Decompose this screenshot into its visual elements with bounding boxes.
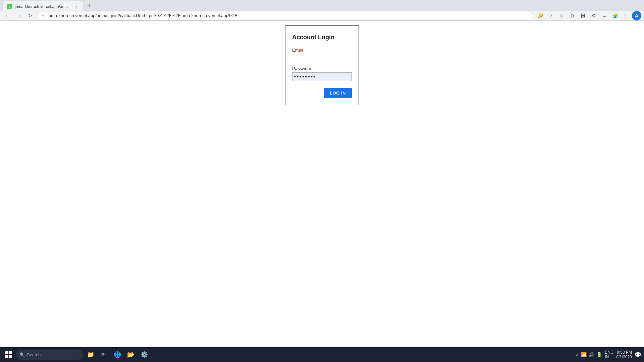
datetime-display[interactable]: 9:53 PM 8/1/2023 bbox=[616, 350, 632, 359]
email-label: Email bbox=[292, 48, 352, 53]
more-options-icon[interactable]: ⋮ bbox=[621, 11, 631, 20]
extension-icon-2[interactable]: 🖼 bbox=[578, 11, 588, 20]
forward-button[interactable]: → bbox=[14, 11, 23, 20]
tab-bar: J joma-khoroch.vercel.app/auth/sign... ×… bbox=[0, 0, 644, 11]
taskbar: 🔍 Search 📁 29° 🌐 📂 ⚙️ ∧ 📶 🔊 🔋 ENGIN 9:53… bbox=[0, 347, 644, 362]
notification-icon[interactable]: 💬 bbox=[635, 352, 641, 358]
login-card: Account Login Email Password LOG IN bbox=[285, 25, 359, 105]
tray-expand-icon[interactable]: ∧ bbox=[576, 352, 579, 357]
taskbar-right-section: ∧ 📶 🔊 🔋 ENGIN 9:53 PM 8/1/2023 💬 bbox=[576, 350, 641, 360]
new-tab-button[interactable]: + bbox=[85, 1, 94, 10]
back-button[interactable]: ← bbox=[3, 11, 12, 20]
settings-icon: ⚙️ bbox=[141, 351, 148, 358]
url-text: joma-khoroch.vercel.app/auth/signin?call… bbox=[48, 13, 529, 18]
chrome-icon: 🌐 bbox=[114, 351, 121, 358]
extensions-puzzle-icon[interactable]: 🧩 bbox=[610, 11, 620, 20]
refresh-button[interactable]: ↻ bbox=[25, 11, 35, 20]
toolbar-icons: 🔑 ↗ ☆ D 🖼 ⚙ ≡ 🧩 ⋮ A bbox=[535, 11, 641, 20]
taskbar-search-label: Search bbox=[27, 352, 41, 357]
tab-favicon: J bbox=[7, 4, 12, 9]
folder-icon: 📂 bbox=[127, 351, 135, 358]
email-group: Email bbox=[292, 48, 352, 62]
file-explorer-icon: 📁 bbox=[87, 351, 94, 358]
browser-chrome: J joma-khoroch.vercel.app/auth/sign... ×… bbox=[0, 0, 644, 21]
taskbar-file-explorer[interactable]: 📁 bbox=[85, 349, 97, 361]
clock-section: ENGIN bbox=[605, 350, 613, 360]
password-input[interactable] bbox=[292, 72, 352, 81]
password-label: Password bbox=[292, 66, 352, 71]
form-actions: LOG IN bbox=[292, 88, 352, 98]
battery-icon[interactable]: 🔋 bbox=[596, 352, 602, 357]
share-icon[interactable]: ↗ bbox=[546, 11, 555, 20]
tab-title: joma-khoroch.vercel.app/auth/sign... bbox=[15, 4, 71, 9]
password-group: Password bbox=[292, 66, 352, 81]
time-display: 9:53 PM bbox=[617, 350, 632, 355]
bookmark-icon[interactable]: ☆ bbox=[557, 11, 566, 20]
taskbar-settings[interactable]: ⚙️ bbox=[138, 349, 150, 361]
extension-icon-3[interactable]: ⚙ bbox=[589, 11, 598, 20]
active-tab[interactable]: J joma-khoroch.vercel.app/auth/sign... × bbox=[3, 1, 83, 12]
network-icon[interactable]: 📶 bbox=[581, 352, 587, 357]
address-bar[interactable]: ⚠ joma-khoroch.vercel.app/auth/signin?ca… bbox=[37, 11, 533, 20]
volume-icon[interactable]: 🔊 bbox=[589, 352, 594, 357]
browser-toolbar: ← → ↻ ⚠ joma-khoroch.vercel.app/auth/sig… bbox=[0, 11, 644, 20]
extension-icon-1[interactable]: D bbox=[568, 11, 577, 20]
windows-logo-icon bbox=[5, 351, 12, 358]
extension-icon-4[interactable]: ≡ bbox=[600, 11, 609, 20]
taskbar-search-icon: 🔍 bbox=[19, 352, 25, 357]
email-input[interactable] bbox=[292, 54, 352, 62]
taskbar-chrome[interactable]: 🌐 bbox=[111, 349, 123, 361]
security-icon: ⚠ bbox=[41, 13, 45, 18]
taskbar-weather[interactable]: 29° bbox=[98, 349, 110, 361]
taskbar-folder[interactable]: 📂 bbox=[125, 349, 137, 361]
start-button[interactable] bbox=[3, 349, 15, 361]
profile-avatar[interactable]: A bbox=[632, 11, 641, 20]
login-title: Account Login bbox=[292, 34, 352, 41]
page-content: Account Login Email Password LOG IN bbox=[0, 21, 644, 347]
date-display: 8/1/2023 bbox=[616, 355, 632, 359]
login-button[interactable]: LOG IN bbox=[324, 88, 352, 98]
system-tray-icons: ∧ 📶 🔊 🔋 bbox=[576, 352, 602, 357]
language-indicator: ENGIN bbox=[605, 350, 613, 360]
taskbar-search-bar[interactable]: 🔍 Search bbox=[16, 350, 83, 360]
password-manager-icon[interactable]: 🔑 bbox=[535, 11, 545, 20]
tab-close-button[interactable]: × bbox=[74, 4, 79, 9]
weather-icon: 29° bbox=[100, 352, 107, 357]
